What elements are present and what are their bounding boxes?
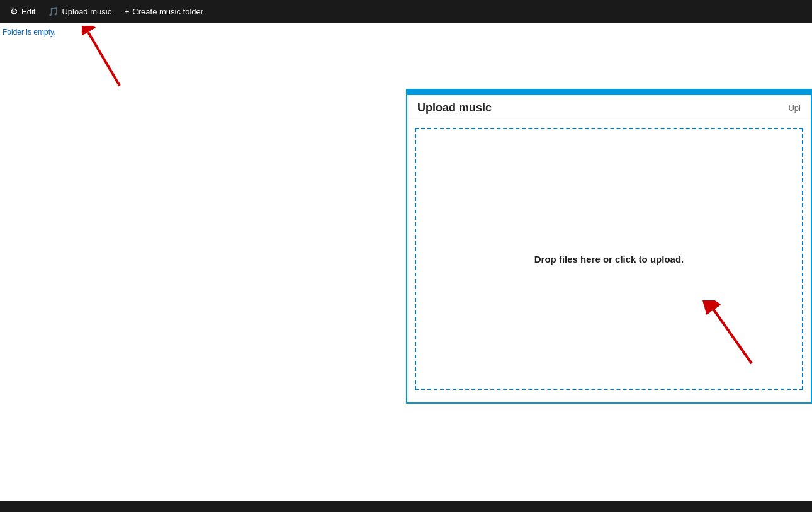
drop-zone-label: Drop files here or click to upload. bbox=[534, 254, 684, 265]
gear-icon: ⚙ bbox=[10, 6, 18, 16]
upload-music-panel: Upload music Upl Drop files here or clic… bbox=[406, 89, 812, 404]
svg-line-1 bbox=[88, 32, 120, 86]
edit-label: Edit bbox=[21, 7, 35, 16]
upload-music-icon: 🎵 bbox=[48, 6, 59, 16]
panel-tab: Upl bbox=[788, 103, 801, 113]
upload-music-label: Upload music bbox=[62, 7, 111, 16]
create-folder-button[interactable]: + Create music folder bbox=[119, 4, 208, 19]
edit-button[interactable]: ⚙ Edit bbox=[5, 4, 40, 19]
folder-empty-text: Folder is empty. bbox=[3, 28, 55, 37]
panel-title-bar: Upload music Upl bbox=[407, 95, 811, 120]
add-folder-icon: + bbox=[124, 6, 129, 16]
main-content: Folder is empty. Upload music Upl Drop f… bbox=[0, 23, 812, 512]
upload-music-button[interactable]: 🎵 Upload music bbox=[43, 4, 116, 19]
create-folder-label: Create music folder bbox=[132, 7, 203, 16]
panel-title: Upload music bbox=[417, 101, 492, 115]
file-drop-zone[interactable]: Drop files here or click to upload. bbox=[415, 128, 803, 390]
toolbar: ⚙ Edit 🎵 Upload music + Create music fol… bbox=[0, 0, 812, 23]
status-bar bbox=[0, 501, 812, 512]
panel-header-bar bbox=[407, 90, 811, 95]
annotation-arrow-1 bbox=[82, 26, 132, 89]
annotation-arrow-2 bbox=[701, 300, 764, 370]
svg-line-3 bbox=[714, 310, 752, 363]
